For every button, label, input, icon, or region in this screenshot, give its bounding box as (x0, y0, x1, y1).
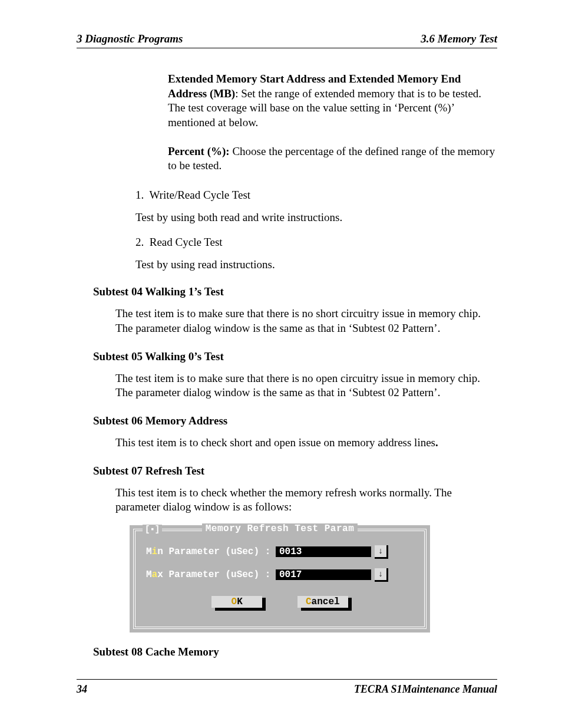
footer-rule (77, 679, 497, 680)
extended-memory-paragraphs: Extended Memory Start Address and Extend… (168, 72, 497, 173)
min-parameter-spin-icon[interactable]: ↓ (375, 545, 388, 559)
memory-refresh-dialog: [▪] Memory Refresh Test Param Min Parame… (130, 525, 497, 633)
subtest-05-body: The test item is to make sure that there… (115, 371, 497, 400)
page-footer: 34 TECRA S1Maintenance Manual (77, 683, 497, 696)
manual-title: TECRA S1Maintenance Manual (354, 683, 497, 696)
num-item-1-body: Test by using both read and write instru… (135, 211, 497, 224)
page-header: 3 Diagnostic Programs 3.6 Memory Test (77, 32, 497, 45)
subtest-08-title: Subtest 08 Cache Memory (93, 645, 497, 658)
subtest-07-title: Subtest 07 Refresh Test (93, 465, 497, 477)
header-right: 3.6 Memory Test (421, 32, 497, 45)
num-item-1: 1. Write/Read Cycle Test (135, 189, 497, 202)
subtest-06-body: This test item is to check short and ope… (115, 436, 497, 450)
min-parameter-input[interactable]: 0013 (276, 546, 371, 557)
max-parameter-row: Max Parameter (uSec) : 0017 ↓ (146, 568, 414, 582)
min-parameter-row: Min Parameter (uSec) : 0013 ↓ (146, 545, 414, 559)
max-parameter-spin-icon[interactable]: ↓ (375, 568, 388, 582)
percent-bold: Percent (%): (168, 145, 230, 157)
subtest-04-body: The test item is to make sure that there… (115, 307, 497, 335)
subtest-07-body: This test item is to check whether the m… (115, 486, 497, 515)
page-number: 34 (77, 683, 87, 696)
num-item-2: 2. Read Cycle Test (135, 236, 497, 249)
dialog-title: Memory Refresh Test Param (135, 523, 424, 534)
cancel-button[interactable]: Cancel (297, 596, 348, 608)
header-left: 3 Diagnostic Programs (77, 32, 183, 45)
ok-button[interactable]: OK (211, 596, 262, 608)
header-rule (77, 48, 497, 48)
subtest-05-title: Subtest 05 Walking 0’s Test (93, 350, 497, 363)
max-parameter-input[interactable]: 0017 (276, 569, 371, 580)
subtest-06-title: Subtest 06 Memory Address (93, 414, 497, 427)
num-item-2-body: Test by using read instructions. (135, 258, 497, 271)
subtest-04-title: Subtest 04 Walking 1’s Test (93, 285, 497, 298)
